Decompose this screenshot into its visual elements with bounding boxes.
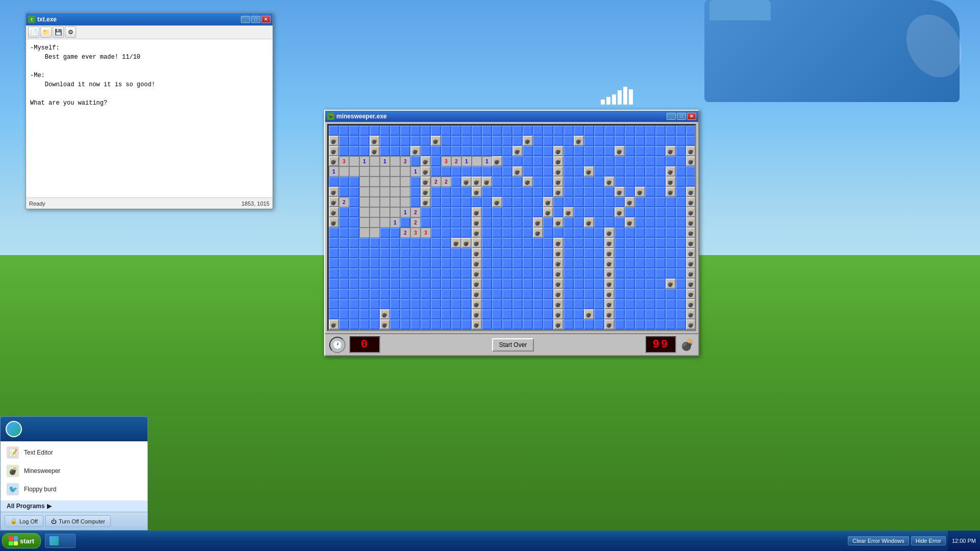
grid-cell[interactable] [533,279,543,289]
grid-cell[interactable] [431,289,441,299]
grid-cell[interactable]: 2 [410,207,421,217]
grid-cell[interactable] [441,126,451,136]
grid-cell[interactable] [604,166,615,177]
grid-cell[interactable] [482,187,492,197]
grid-cell[interactable] [482,217,492,228]
grid-cell[interactable] [666,309,676,319]
grid-cell[interactable] [584,187,594,197]
grid-cell[interactable]: 💣 [635,187,645,197]
grid-cell[interactable] [451,126,461,136]
grid-cell[interactable] [615,309,625,319]
grid-cell[interactable] [604,197,615,207]
grid-cell[interactable]: 💣 [482,177,492,187]
grid-cell[interactable]: 1 [329,166,339,177]
grid-cell[interactable] [512,156,523,166]
grid-cell[interactable] [441,268,451,279]
grid-cell[interactable]: 💣 [604,258,615,268]
grid-cell[interactable] [502,309,512,319]
grid-cell[interactable] [533,166,543,177]
grid-cell[interactable] [533,177,543,187]
grid-cell[interactable]: 💣 [604,299,615,309]
grid-cell[interactable] [645,146,655,156]
grid-cell[interactable] [400,136,410,146]
grid-cell[interactable]: 2 [400,228,410,238]
grid-cell[interactable] [543,177,553,187]
grid-cell[interactable] [574,197,584,207]
grid-cell[interactable]: 💣 [625,217,635,228]
grid-cell[interactable] [339,248,349,258]
grid-cell[interactable] [625,166,635,177]
grid-cell[interactable]: 💣 [604,268,615,279]
grid-cell[interactable]: 💣 [686,238,696,248]
grid-cell[interactable] [502,156,512,166]
grid-cell[interactable] [502,177,512,187]
grid-cell[interactable] [604,217,615,228]
grid-cell[interactable] [431,238,441,248]
grid-cell[interactable] [512,136,523,146]
grid-cell[interactable]: 💣 [421,166,431,177]
grid-cell[interactable] [502,207,512,217]
grid-cell[interactable] [349,136,359,146]
grid-cell[interactable] [349,217,359,228]
grid-cell[interactable]: 💣 [421,177,431,187]
grid-cell[interactable] [594,248,604,258]
grid-cell[interactable] [492,238,502,248]
grid-cell[interactable] [502,146,512,156]
grid-cell[interactable] [594,289,604,299]
grid-cell[interactable] [543,279,553,289]
grid-cell[interactable] [676,289,686,299]
grid-cell[interactable] [523,248,533,258]
grid-cell[interactable] [400,258,410,268]
grid-cell[interactable] [461,289,472,299]
grid-cell[interactable] [461,248,472,258]
grid-cell[interactable]: 💣 [553,248,564,258]
grid-cell[interactable] [421,248,431,258]
grid-cell[interactable] [482,197,492,207]
grid-cell[interactable] [523,126,533,136]
grid-cell[interactable] [390,228,400,238]
grid-cell[interactable] [645,166,655,177]
grid-cell[interactable] [574,319,584,330]
start-menu-text-editor[interactable]: 📝 Text Editor [1,443,148,462]
grid-cell[interactable] [461,187,472,197]
grid-cell[interactable] [655,228,666,238]
grid-cell[interactable] [512,279,523,289]
grid-cell[interactable] [594,238,604,248]
turn-off-button[interactable]: ⏻ Turn Off Computer [45,515,111,527]
grid-cell[interactable] [564,299,574,309]
grid-cell[interactable] [574,126,584,136]
grid-cell[interactable] [410,299,421,309]
grid-cell[interactable] [502,166,512,177]
grid-cell[interactable] [574,187,584,197]
grid-cell[interactable] [431,156,441,166]
grid-cell[interactable]: 💣 [421,197,431,207]
grid-cell[interactable] [492,126,502,136]
grid-cell[interactable] [543,187,553,197]
grid-cell[interactable]: 💣 [329,146,339,156]
grid-cell[interactable] [370,299,380,309]
grid-cell[interactable] [482,146,492,156]
grid-cell[interactable]: 💣 [604,279,615,289]
grid-cell[interactable] [615,289,625,299]
grid-cell[interactable] [339,126,349,136]
grid-cell[interactable] [543,319,553,330]
grid-cell[interactable] [370,309,380,319]
grid-cell[interactable] [625,136,635,146]
grid-cell[interactable] [502,258,512,268]
grid-cell[interactable] [359,258,370,268]
grid-cell[interactable] [655,258,666,268]
grid-cell[interactable] [533,319,543,330]
grid-cell[interactable] [329,279,339,289]
grid-cell[interactable] [533,258,543,268]
grid-cell[interactable] [594,279,604,289]
grid-cell[interactable] [380,187,390,197]
grid-cell[interactable] [594,187,604,197]
grid-cell[interactable] [645,268,655,279]
grid-cell[interactable]: 1 [410,166,421,177]
grid-cell[interactable] [543,156,553,166]
grid-cell[interactable] [625,238,635,248]
grid-cell[interactable] [421,279,431,289]
grid-cell[interactable]: 💣 [553,156,564,166]
grid-cell[interactable] [676,258,686,268]
grid-cell[interactable] [492,166,502,177]
